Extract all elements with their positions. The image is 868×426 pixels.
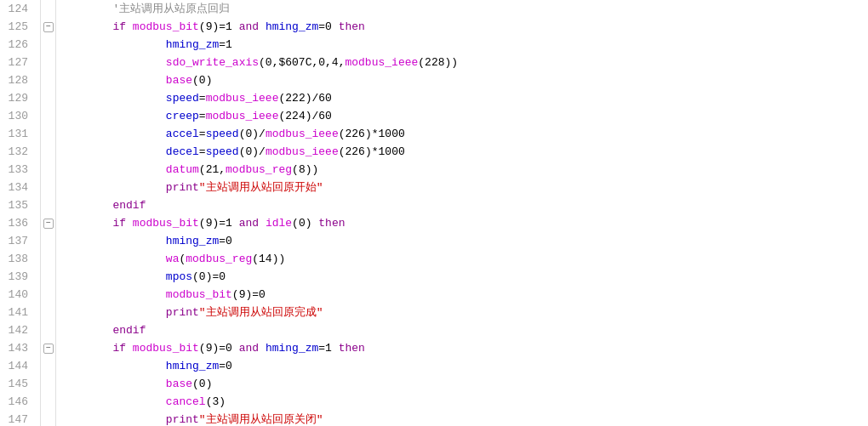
collapse-button[interactable]: − bbox=[43, 344, 54, 354]
line-number: 144 bbox=[3, 357, 33, 375]
code-token: (21, bbox=[199, 163, 226, 176]
code-token: modbus_ieee bbox=[266, 128, 339, 140]
code-token: decel bbox=[166, 145, 199, 158]
code-row: wa(modbus_reg(14)) bbox=[56, 250, 868, 268]
code-token: "主站调用从站回原开始" bbox=[199, 181, 323, 194]
collapse-row bbox=[41, 411, 55, 426]
line-number: 126 bbox=[3, 36, 33, 54]
code-token: = bbox=[199, 110, 206, 122]
code-token: idle bbox=[266, 217, 292, 230]
code-token: (9)=1 bbox=[199, 217, 239, 230]
code-token: base bbox=[166, 74, 192, 87]
code-token: and bbox=[239, 342, 266, 355]
code-row: decel=speed(0)/modbus_ieee(226)*1000 bbox=[56, 143, 868, 161]
line-numbers: 1241251261271281291301311321331341351361… bbox=[0, 0, 41, 426]
collapse-row[interactable]: − bbox=[41, 18, 55, 36]
code-token: hming_zm bbox=[266, 20, 318, 33]
code-token: wa bbox=[166, 253, 180, 265]
code-token: (9)=0 bbox=[232, 288, 266, 301]
collapse-row bbox=[41, 196, 55, 214]
collapse-row[interactable]: − bbox=[41, 339, 55, 357]
code-row: base(0) bbox=[56, 71, 868, 89]
collapse-row bbox=[41, 107, 55, 125]
code-token: then bbox=[339, 342, 365, 355]
code-token: modbus_ieee bbox=[206, 92, 279, 105]
code-editor: 1241251261271281291301311321331341351361… bbox=[0, 0, 868, 426]
collapse-row bbox=[41, 393, 55, 411]
code-token: accel bbox=[166, 128, 199, 140]
code-token: =1 bbox=[318, 342, 338, 355]
code-token: =0 bbox=[318, 20, 338, 33]
code-token: speed bbox=[206, 128, 239, 140]
line-number: 124 bbox=[3, 0, 33, 18]
collapse-row bbox=[41, 54, 55, 71]
code-token: print bbox=[166, 181, 199, 194]
collapse-row bbox=[41, 143, 55, 161]
code-token: hming_zm bbox=[166, 38, 219, 51]
code-token: (226)*1000 bbox=[339, 145, 405, 158]
code-token: hming_zm bbox=[166, 235, 219, 247]
code-token: base bbox=[166, 378, 192, 390]
code-token: (9)=0 bbox=[199, 342, 239, 355]
collapse-row bbox=[41, 268, 55, 286]
collapse-row[interactable]: − bbox=[41, 214, 55, 232]
line-number: 147 bbox=[3, 411, 33, 426]
line-number: 146 bbox=[3, 393, 33, 411]
collapse-row bbox=[41, 179, 55, 196]
line-number: 131 bbox=[3, 125, 33, 143]
collapse-row bbox=[41, 232, 55, 250]
code-token: modbus_bit bbox=[133, 342, 199, 355]
line-number: 142 bbox=[3, 321, 33, 339]
code-token: and bbox=[239, 217, 266, 230]
line-number: 127 bbox=[3, 54, 33, 71]
code-token: hming_zm bbox=[266, 342, 318, 355]
code-token: modbus_bit bbox=[133, 20, 199, 33]
collapse-row bbox=[41, 89, 55, 107]
collapse-row bbox=[41, 36, 55, 54]
line-number: 137 bbox=[3, 232, 33, 250]
collapse-row bbox=[41, 304, 55, 321]
code-token: = bbox=[199, 145, 206, 158]
collapse-row bbox=[41, 321, 55, 339]
collapse-button[interactable]: − bbox=[43, 219, 54, 229]
code-token: and bbox=[239, 20, 266, 33]
code-token: modbus_ieee bbox=[345, 56, 418, 69]
line-number: 135 bbox=[3, 196, 33, 214]
line-number: 130 bbox=[3, 107, 33, 125]
code-row: creep=modbus_ieee(224)/60 bbox=[56, 107, 868, 125]
code-row: endif bbox=[56, 196, 868, 214]
code-token: = bbox=[199, 128, 206, 140]
code-lines: '主站调用从站原点回归 if modbus_bit(9)=1 and hming… bbox=[56, 0, 868, 426]
code-row: modbus_bit(9)=0 bbox=[56, 286, 868, 304]
code-row: endif bbox=[56, 321, 868, 339]
code-token: sdo_write_axis bbox=[166, 56, 259, 69]
code-token: cancel bbox=[166, 395, 206, 408]
collapse-button[interactable]: − bbox=[43, 22, 54, 32]
code-row: if modbus_bit(9)=1 and hming_zm=0 then bbox=[56, 18, 868, 36]
code-token: modbus_reg bbox=[186, 253, 252, 265]
code-row: hming_zm=0 bbox=[56, 357, 868, 375]
code-row: mpos(0)=0 bbox=[56, 268, 868, 286]
code-token: modbus_bit bbox=[166, 288, 232, 301]
line-number: 141 bbox=[3, 304, 33, 321]
collapse-row bbox=[41, 125, 55, 143]
code-token: (0)=0 bbox=[192, 270, 226, 283]
collapse-area[interactable]: −−− bbox=[41, 0, 56, 426]
code-token: modbus_reg bbox=[226, 163, 292, 176]
code-token: (224)/60 bbox=[278, 110, 331, 122]
line-number: 139 bbox=[3, 268, 33, 286]
code-token: then bbox=[318, 217, 345, 230]
code-token: hming_zm bbox=[166, 360, 219, 372]
code-token: modbus_ieee bbox=[206, 110, 279, 122]
code-token: speed bbox=[166, 92, 199, 105]
code-token: creep bbox=[166, 110, 199, 122]
code-token: "主站调用从站回原完成" bbox=[199, 306, 323, 319]
code-token: modbus_ieee bbox=[266, 145, 339, 158]
line-number: 128 bbox=[3, 71, 33, 89]
collapse-row bbox=[41, 71, 55, 89]
code-row: hming_zm=0 bbox=[56, 232, 868, 250]
code-row: print"主站调用从站回原完成" bbox=[56, 304, 868, 321]
code-token: =1 bbox=[219, 38, 232, 51]
code-row: print"主站调用从站回原关闭" bbox=[56, 411, 868, 426]
code-token: modbus_bit bbox=[133, 217, 199, 230]
